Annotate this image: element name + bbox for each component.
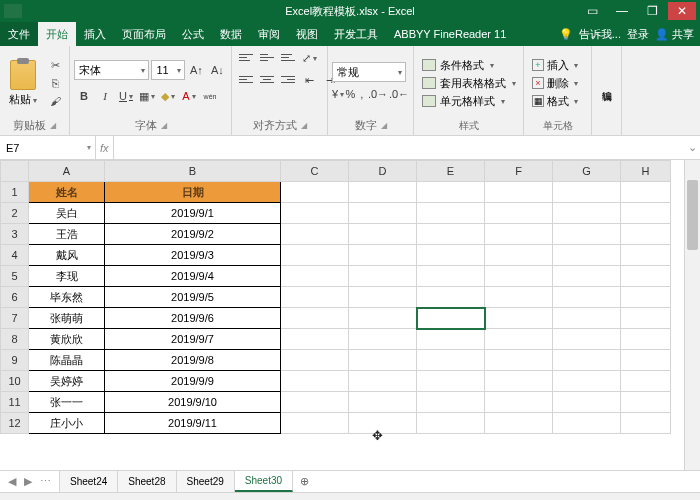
cell[interactable]: [417, 245, 485, 266]
cell[interactable]: 毕东然: [29, 287, 105, 308]
cell[interactable]: [621, 287, 671, 308]
cell[interactable]: [553, 392, 621, 413]
row-header[interactable]: 3: [1, 224, 29, 245]
cell[interactable]: 张萌萌: [29, 308, 105, 329]
cell[interactable]: [621, 266, 671, 287]
cell[interactable]: [417, 392, 485, 413]
cell[interactable]: [621, 329, 671, 350]
conditional-format-button[interactable]: 条件格式: [418, 57, 520, 74]
cell[interactable]: 2019/9/1: [105, 203, 281, 224]
cell[interactable]: 2019/9/7: [105, 329, 281, 350]
row-header[interactable]: 8: [1, 329, 29, 350]
cell[interactable]: 王浩: [29, 224, 105, 245]
cell[interactable]: 黄欣欣: [29, 329, 105, 350]
font-name-combo[interactable]: 宋体: [74, 60, 149, 80]
cell[interactable]: [485, 392, 553, 413]
cell[interactable]: [417, 350, 485, 371]
cell[interactable]: [349, 413, 417, 434]
cell[interactable]: [485, 245, 553, 266]
cell[interactable]: [349, 371, 417, 392]
fill-color-button[interactable]: ◆: [158, 86, 178, 106]
new-sheet-button[interactable]: ⊕: [293, 471, 315, 492]
cell[interactable]: 庄小小: [29, 413, 105, 434]
cell[interactable]: [621, 245, 671, 266]
percent-button[interactable]: %: [345, 84, 355, 104]
cell[interactable]: [553, 308, 621, 329]
cell[interactable]: [485, 371, 553, 392]
cell[interactable]: [281, 392, 349, 413]
cell[interactable]: [485, 413, 553, 434]
scroll-thumb[interactable]: [687, 180, 698, 250]
cell[interactable]: [349, 203, 417, 224]
align-left-button[interactable]: [236, 70, 256, 88]
cell[interactable]: [485, 287, 553, 308]
cell[interactable]: [621, 392, 671, 413]
name-box[interactable]: E7: [0, 136, 96, 159]
border-button[interactable]: ▦: [137, 86, 157, 106]
bold-button[interactable]: B: [74, 86, 94, 106]
row-header[interactable]: 7: [1, 308, 29, 329]
tab-review[interactable]: 审阅: [250, 22, 288, 46]
cell[interactable]: [553, 329, 621, 350]
col-header[interactable]: C: [281, 161, 349, 182]
sheet-nav-more-icon[interactable]: ⋯: [40, 475, 51, 488]
cell[interactable]: [485, 350, 553, 371]
tab-layout[interactable]: 页面布局: [114, 22, 174, 46]
cell[interactable]: [621, 203, 671, 224]
minimize-button[interactable]: —: [608, 2, 636, 20]
font-color-button[interactable]: A: [179, 86, 199, 106]
paste-button[interactable]: 粘贴: [4, 48, 42, 118]
tab-abbyy[interactable]: ABBYY FineReader 11: [386, 22, 514, 46]
cell[interactable]: [553, 245, 621, 266]
row-header[interactable]: 9: [1, 350, 29, 371]
cell[interactable]: [485, 308, 553, 329]
cell[interactable]: [621, 371, 671, 392]
select-all-corner[interactable]: [1, 161, 29, 182]
cell[interactable]: [417, 203, 485, 224]
increase-decimal-button[interactable]: .0→: [368, 84, 388, 104]
cell[interactable]: [281, 308, 349, 329]
cell[interactable]: 2019/9/11: [105, 413, 281, 434]
fx-icon[interactable]: fx: [100, 142, 109, 154]
cell[interactable]: [349, 392, 417, 413]
sheet-tab[interactable]: Sheet28: [118, 471, 176, 492]
cell[interactable]: [621, 308, 671, 329]
insert-cells-button[interactable]: +插入: [528, 57, 582, 74]
tab-dev[interactable]: 开发工具: [326, 22, 386, 46]
cell[interactable]: [349, 182, 417, 203]
sheet-tab[interactable]: Sheet29: [177, 471, 235, 492]
cell[interactable]: 2019/9/10: [105, 392, 281, 413]
cell[interactable]: [349, 350, 417, 371]
cell[interactable]: [553, 371, 621, 392]
col-header[interactable]: A: [29, 161, 105, 182]
cell[interactable]: [349, 287, 417, 308]
cell[interactable]: [417, 371, 485, 392]
cell[interactable]: [417, 266, 485, 287]
table-format-button[interactable]: 套用表格格式: [418, 75, 520, 92]
cell[interactable]: 2019/9/5: [105, 287, 281, 308]
cell[interactable]: [281, 413, 349, 434]
cell[interactable]: [553, 287, 621, 308]
cell[interactable]: [349, 308, 417, 329]
cell[interactable]: [417, 413, 485, 434]
cut-button[interactable]: ✂: [46, 57, 64, 73]
cell[interactable]: [417, 182, 485, 203]
cell[interactable]: [281, 245, 349, 266]
number-format-combo[interactable]: 常规: [332, 62, 406, 82]
cell[interactable]: [621, 224, 671, 245]
cell[interactable]: [349, 266, 417, 287]
format-painter-button[interactable]: 🖌: [46, 93, 64, 109]
dialog-launcher-icon[interactable]: ◢: [301, 121, 307, 130]
cell[interactable]: [417, 224, 485, 245]
ribbon-options-icon[interactable]: ▭: [578, 2, 606, 20]
cell[interactable]: [621, 413, 671, 434]
align-bottom-button[interactable]: [278, 48, 298, 66]
col-header[interactable]: B: [105, 161, 281, 182]
cell[interactable]: [281, 224, 349, 245]
format-cells-button[interactable]: ▦格式: [528, 93, 582, 110]
tell-me[interactable]: 告诉我...: [579, 27, 621, 42]
login-button[interactable]: 登录: [627, 27, 649, 42]
decrease-decimal-button[interactable]: .0←: [389, 84, 409, 104]
align-right-button[interactable]: [278, 70, 298, 88]
cell[interactable]: [485, 203, 553, 224]
